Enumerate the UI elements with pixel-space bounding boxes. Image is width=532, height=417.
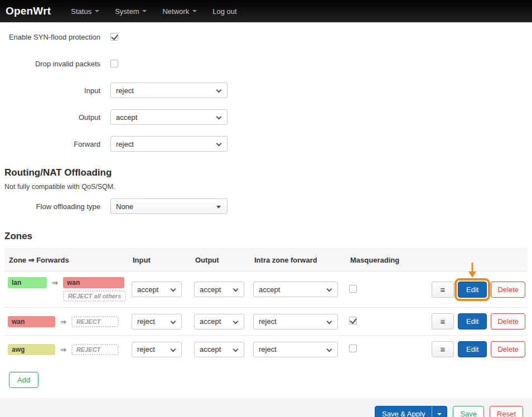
forwards-arrow: ⇒ xyxy=(60,344,66,354)
zone-intra-select[interactable]: reject xyxy=(253,314,338,329)
caret-down-icon xyxy=(216,206,221,208)
field-label: Input xyxy=(4,86,110,95)
fallback-policy-badge: REJECT all others xyxy=(63,290,126,302)
offloading-description: Not fully compatible with QoS/SQM. xyxy=(4,183,528,191)
zone-intra-select[interactable]: reject xyxy=(253,342,338,357)
nav-item-system[interactable]: System xyxy=(107,0,154,22)
field-label: Output xyxy=(4,113,110,122)
zone-row-awg: awg ⇒ REJECT reject accept reject ≡ Edit… xyxy=(4,336,528,363)
section-title-zones: Zones xyxy=(4,231,528,242)
add-zone-button[interactable]: Add xyxy=(9,372,38,388)
input-policy-select[interactable]: reject xyxy=(110,83,228,98)
chevron-down-icon xyxy=(233,287,239,292)
field-label: Flow offloading type xyxy=(4,202,110,211)
edit-button[interactable]: Edit xyxy=(458,282,487,298)
col-header-masquerading: Masquerading xyxy=(349,256,432,264)
col-header-input: Input xyxy=(132,256,194,264)
nav-item-logout[interactable]: Log out xyxy=(205,0,244,22)
chevron-down-icon xyxy=(327,346,332,352)
chevron-down-icon xyxy=(233,346,239,352)
col-header-zone-forwards: Zone ⇒ Forwards xyxy=(8,256,132,264)
save-apply-button[interactable]: Save & Apply xyxy=(375,406,447,417)
brand-logo[interactable]: OpenWrt xyxy=(6,5,51,17)
row-menu-button[interactable]: ≡ xyxy=(432,341,454,357)
caret-down-icon xyxy=(95,10,99,12)
forwards-arrow: ⇒ xyxy=(52,277,58,287)
zone-badge-wan: wan xyxy=(8,316,55,327)
chevron-down-icon xyxy=(216,114,222,120)
save-button[interactable]: Save xyxy=(453,406,484,417)
edit-button[interactable]: Edit xyxy=(458,341,487,357)
form-row-drop-invalid: Drop invalid packets xyxy=(4,56,528,71)
fallback-policy-badge: REJECT xyxy=(71,344,119,355)
field-label: Enable SYN-flood protection xyxy=(4,33,110,41)
hamburger-icon: ≡ xyxy=(441,285,446,294)
zone-badge-awg: awg xyxy=(8,344,55,355)
chevron-down-icon xyxy=(233,318,239,324)
chevron-down-icon xyxy=(171,287,176,292)
fallback-policy-badge: REJECT xyxy=(71,316,119,327)
syn-flood-checkbox[interactable] xyxy=(110,33,118,41)
hamburger-icon: ≡ xyxy=(441,317,446,326)
forward-policy-select[interactable]: reject xyxy=(110,136,228,152)
nav-item-network[interactable]: Network xyxy=(154,0,205,22)
caret-down-icon xyxy=(192,10,197,12)
zone-input-select[interactable]: accept xyxy=(132,282,182,297)
chevron-down-icon xyxy=(216,141,222,147)
save-apply-dropdown-toggle[interactable] xyxy=(432,406,447,417)
forwards-arrow: ⇒ xyxy=(60,316,66,326)
zone-input-select[interactable]: reject xyxy=(132,314,182,329)
caret-down-icon xyxy=(142,10,147,12)
row-menu-button[interactable]: ≡ xyxy=(432,282,454,298)
zones-table-header: Zone ⇒ Forwards Input Output Intra zone … xyxy=(4,249,528,271)
zones-table: Zone ⇒ Forwards Input Output Intra zone … xyxy=(4,249,528,363)
nav-item-status[interactable]: Status xyxy=(63,0,107,22)
form-row-flow-offloading: Flow offloading type None xyxy=(4,198,528,214)
col-header-intra: Intra zone forward xyxy=(253,256,349,264)
chevron-down-icon xyxy=(216,88,222,93)
hamburger-icon: ≡ xyxy=(441,345,446,354)
edit-button[interactable]: Edit xyxy=(458,313,487,329)
form-row-input: Input reject xyxy=(4,83,528,98)
chevron-down-icon xyxy=(327,287,332,292)
caret-down-icon xyxy=(437,413,442,415)
masquerading-checkbox[interactable] xyxy=(349,317,357,324)
zone-output-select[interactable]: accept xyxy=(194,314,244,329)
zone-output-select[interactable]: accept xyxy=(194,282,244,297)
drop-invalid-checkbox[interactable] xyxy=(110,60,118,67)
delete-button[interactable]: Delete xyxy=(491,341,525,357)
row-menu-button[interactable]: ≡ xyxy=(432,313,454,329)
field-label: Forward xyxy=(4,140,110,148)
section-title-offloading: Routing/NAT Offloading xyxy=(4,167,528,178)
col-header-output: Output xyxy=(194,256,253,264)
flow-offloading-select[interactable]: None xyxy=(110,198,228,214)
masquerading-checkbox[interactable] xyxy=(349,285,357,293)
delete-button[interactable]: Delete xyxy=(491,313,525,329)
top-navbar: OpenWrt Status System Network Log out xyxy=(0,0,532,22)
form-row-syn-flood: Enable SYN-flood protection xyxy=(4,29,528,45)
footer-action-bar: Save & Apply Save Reset xyxy=(0,398,532,417)
zone-output-select[interactable]: accept xyxy=(194,342,244,357)
chevron-down-icon xyxy=(327,318,332,324)
output-policy-select[interactable]: accept xyxy=(110,109,228,125)
reset-button[interactable]: Reset xyxy=(490,406,523,417)
field-label: Drop invalid packets xyxy=(4,60,110,68)
delete-button[interactable]: Delete xyxy=(491,282,525,298)
zone-row-lan: lan ⇒ wan REJECT all others accept accep… xyxy=(4,271,528,308)
form-row-output: Output accept xyxy=(4,109,528,125)
zone-intra-select[interactable]: accept xyxy=(253,282,338,297)
chevron-down-icon xyxy=(171,346,176,352)
zone-input-select[interactable]: reject xyxy=(132,342,182,357)
chevron-down-icon xyxy=(171,318,176,324)
zone-badge-wan-target: wan xyxy=(63,277,124,288)
masquerading-checkbox[interactable] xyxy=(349,345,357,352)
zone-row-wan: wan ⇒ REJECT reject accept reject ≡ Edit… xyxy=(4,308,528,336)
zone-badge-lan: lan xyxy=(8,277,47,288)
form-row-forward: Forward reject xyxy=(4,136,528,152)
